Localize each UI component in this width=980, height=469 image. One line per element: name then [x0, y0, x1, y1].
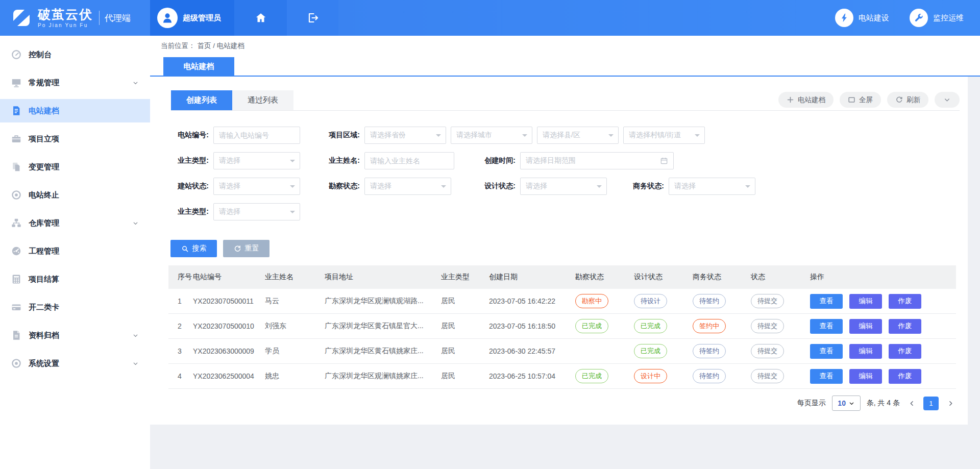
business-status-select[interactable]: 请选择 [669, 178, 755, 195]
search-label: 搜索 [192, 244, 207, 253]
cell-status: 待提交 [751, 344, 810, 358]
view-button[interactable]: 查看 [810, 369, 843, 384]
caret-down-icon [849, 401, 854, 406]
page-1-button[interactable]: 1 [923, 397, 939, 410]
edit-button[interactable]: 编辑 [849, 294, 882, 309]
user-menu[interactable]: 超级管理员 [150, 0, 234, 36]
view-button[interactable]: 查看 [810, 294, 843, 309]
edit-button[interactable]: 编辑 [849, 319, 882, 334]
tab-passed-list[interactable]: 通过列表 [232, 90, 293, 110]
chevron-down-icon [132, 80, 139, 86]
sidebar-item-8[interactable]: 工程管理 [0, 239, 150, 263]
pagination: 每页显示 10 条, 共 4 条 1 [168, 396, 956, 411]
cell-address: 广东深圳龙华区观澜镇观湖路... [325, 297, 441, 306]
cell-business-status: 签约中 [693, 319, 751, 333]
void-button[interactable]: 作废 [889, 294, 921, 309]
cell-address: 广东深圳龙华区黄石镇星官大... [325, 322, 441, 331]
date-range-input[interactable]: 请选择日期范围 [520, 152, 674, 169]
page-size-select[interactable]: 10 [832, 396, 861, 411]
tab-station-archive[interactable]: 电站建档 [163, 57, 234, 76]
view-button[interactable]: 查看 [810, 319, 843, 334]
status-badge: 已完成 [634, 344, 667, 358]
city-select[interactable]: 请选择城市 [451, 127, 532, 144]
status-badge: 待提交 [751, 344, 784, 358]
logout-button[interactable] [287, 0, 338, 36]
owner-name-input[interactable] [364, 152, 454, 169]
sidebar-item-label: 项目立项 [29, 134, 59, 144]
collapse-button[interactable] [935, 92, 960, 108]
design-status-select[interactable]: 请选择 [520, 178, 607, 195]
county-select[interactable]: 请选择县/区 [537, 127, 619, 144]
cell-index: 2 [168, 322, 193, 330]
brand-title: 破茧云伏 [38, 8, 93, 21]
home-button[interactable] [234, 0, 287, 36]
sidebar-item-10[interactable]: 开二类卡 [0, 295, 150, 319]
void-button[interactable]: 作废 [889, 319, 921, 334]
province-select[interactable]: 请选择省份 [364, 127, 446, 144]
fullscreen-button[interactable]: 全屏 [840, 92, 881, 108]
sidebar-item-label: 仓库管理 [29, 218, 59, 228]
column-header: 序号 [168, 273, 193, 282]
cell-create-date: 2023-07-05 16:18:50 [489, 322, 575, 330]
town-select[interactable]: 请选择村镇/街道 [623, 127, 705, 144]
view-button[interactable]: 查看 [810, 344, 843, 359]
sidebar-item-5[interactable]: 变更管理 [0, 155, 150, 179]
page-tab-bar: 电站建档 [150, 56, 980, 77]
search-button[interactable]: 搜索 [170, 240, 217, 257]
sidebar-item-7[interactable]: 仓库管理 [0, 211, 150, 235]
nav-station-build[interactable]: 电站建设 [835, 9, 889, 27]
edit-button[interactable]: 编辑 [849, 344, 882, 359]
breadcrumb-prefix: 当前位置： [161, 41, 195, 51]
cell-design-status: 待设计 [634, 294, 693, 308]
owner-type-select[interactable]: 请选择 [213, 152, 300, 169]
sidebar-item-4[interactable]: 项目立项 [0, 127, 150, 151]
reset-label: 重置 [245, 244, 259, 253]
cell-business-status: 待签约 [693, 294, 751, 308]
content-card: 创建列表 通过列表 电站建档 全屏 刷新 [150, 77, 968, 425]
build-status-select[interactable]: 请选择 [213, 178, 300, 195]
cell-station-code: YX2023063000009 [193, 347, 265, 355]
table-row: 3YX2023063000009学员广东深圳龙华区黄石镇姚家庄...居民2023… [168, 339, 956, 364]
nav-monitor-ops[interactable]: 监控运维 [910, 9, 964, 27]
column-header: 业主类型 [441, 273, 489, 282]
logo: 破茧云伏 Po Jian Yun Fu 代理端 [0, 0, 150, 36]
survey-status-select[interactable]: 请选择 [364, 178, 451, 195]
breadcrumb-path[interactable]: 首页 / 电站建档 [198, 41, 244, 51]
header-quick-nav: 电站建设 监控运维 [338, 0, 980, 36]
column-header: 操作 [810, 273, 956, 282]
sidebar-item-label: 常规管理 [29, 78, 59, 88]
wrench-icon [910, 9, 928, 27]
total-count-label: 条, 共 4 条 [867, 399, 900, 408]
prev-page-button[interactable] [906, 397, 917, 410]
cell-actions: 查看编辑作废 [810, 294, 956, 309]
status-badge: 待提交 [751, 294, 784, 308]
sidebar-item-6[interactable]: 电站终止 [0, 183, 150, 207]
status-badge: 设计中 [634, 369, 667, 383]
cell-survey-status: 已完成 [575, 319, 634, 333]
refresh-button[interactable]: 刷新 [887, 92, 928, 108]
sidebar-item-3[interactable]: 电站建档 [0, 99, 150, 122]
next-page-button[interactable] [945, 397, 956, 410]
sidebar-item-11[interactable]: 资料归档 [0, 324, 150, 347]
station-no-input[interactable] [213, 127, 300, 144]
tab-create-list[interactable]: 创建列表 [171, 90, 232, 110]
add-station-button[interactable]: 电站建档 [778, 92, 834, 108]
reset-button[interactable]: 重置 [223, 240, 270, 257]
edit-button[interactable]: 编辑 [849, 369, 882, 384]
sidebar-item-2[interactable]: 常规管理 [0, 71, 150, 94]
copy-icon [10, 161, 22, 173]
brand-tag: 代理端 [105, 12, 131, 24]
person-icon [161, 11, 174, 24]
sidebar-item-1[interactable]: 控制台 [0, 43, 150, 66]
sidebar-item-12[interactable]: 系统设置 [0, 352, 150, 375]
void-button[interactable]: 作废 [889, 344, 921, 359]
owner-type2-select[interactable]: 请选择 [213, 203, 300, 220]
fullscreen-label: 全屏 [859, 95, 873, 105]
status-badge: 勘察中 [575, 294, 608, 308]
void-button[interactable]: 作废 [889, 369, 921, 384]
cell-design-status: 设计中 [634, 369, 693, 383]
cell-owner-type: 居民 [441, 297, 489, 306]
design-status-label: 设计状态: [479, 182, 516, 191]
caret-down-icon [441, 185, 446, 190]
sidebar-item-9[interactable]: 项目结算 [0, 267, 150, 291]
